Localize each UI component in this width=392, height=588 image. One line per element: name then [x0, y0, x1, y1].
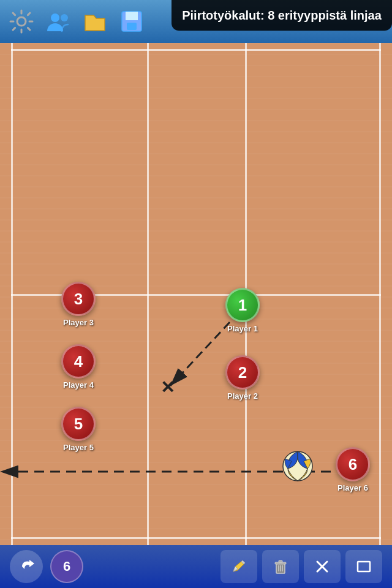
bottom-toolbar: 6	[0, 545, 392, 588]
tools-group	[221, 550, 382, 583]
folder-button[interactable]	[80, 6, 110, 37]
player-2-circle: 2	[225, 355, 260, 390]
court-line	[11, 537, 381, 539]
player-3-circle: 3	[61, 282, 96, 316]
volleyball-ball[interactable]	[282, 450, 314, 482]
back-button[interactable]	[10, 550, 43, 583]
toolbar: Piirtotyökalut: 8 erityyppistä linjaa	[0, 0, 392, 43]
player-2-label: Player 2	[227, 391, 258, 401]
rectangle-tool-button[interactable]	[345, 550, 382, 583]
info-text: Piirtotyökalut: 8 erityyppistä linjaa	[182, 9, 382, 22]
player-5[interactable]: 5 Player 5	[61, 407, 96, 452]
close-tool-button[interactable]	[304, 550, 341, 583]
player-6[interactable]: 6 Player 6	[336, 447, 370, 492]
player-2[interactable]: 2 Player 2	[225, 355, 260, 401]
svg-point-2	[61, 14, 68, 21]
svg-rect-5	[127, 23, 137, 30]
player-3-label: Player 3	[63, 318, 94, 327]
svg-point-0	[17, 17, 26, 26]
player-6-label: Player 6	[337, 483, 368, 492]
svg-text:✕: ✕	[160, 378, 175, 397]
pencil-tool-button[interactable]	[221, 550, 257, 583]
settings-button[interactable]	[6, 6, 37, 37]
player-4[interactable]: 4 Player 4	[61, 344, 96, 390]
svg-rect-14	[279, 560, 282, 562]
player-count-button[interactable]: 6	[50, 550, 83, 583]
player-3[interactable]: 3 Player 3	[61, 282, 96, 327]
svg-rect-20	[358, 562, 370, 571]
player-4-circle: 4	[61, 344, 96, 379]
users-button[interactable]	[43, 6, 74, 37]
player-5-circle: 5	[61, 407, 96, 441]
court-line	[11, 49, 381, 51]
save-button[interactable]	[116, 6, 147, 37]
player-6-circle: 6	[336, 447, 370, 481]
svg-rect-4	[126, 12, 138, 20]
volleyball-court: ✕ 3 Player 3 4 Player 4 5 Player 5	[0, 43, 392, 545]
trash-tool-button[interactable]	[262, 550, 299, 583]
info-box: Piirtotyökalut: 8 erityyppistä linjaa	[172, 0, 392, 31]
player-4-label: Player 4	[63, 380, 94, 390]
player-5-label: Player 5	[63, 443, 94, 452]
player-1[interactable]: 1 Player 1	[225, 288, 260, 333]
svg-point-1	[51, 13, 59, 22]
court-line	[147, 43, 149, 545]
player-1-circle: 1	[225, 288, 260, 322]
player-1-label: Player 1	[227, 324, 258, 333]
